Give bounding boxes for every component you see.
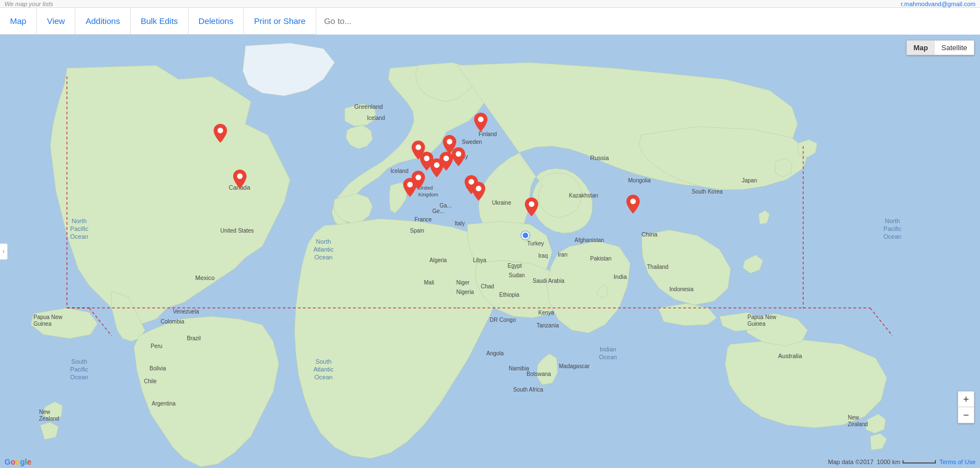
svg-text:South Korea: South Korea	[692, 189, 723, 195]
nav-view[interactable]: View	[37, 8, 75, 35]
svg-text:Niger: Niger	[456, 279, 470, 286]
svg-text:Spain: Spain	[410, 228, 424, 234]
map-data-text: Map data ©2017	[828, 459, 874, 465]
svg-point-96	[447, 139, 452, 144]
svg-text:Botswana: Botswana	[527, 371, 551, 377]
svg-point-104	[476, 186, 481, 191]
svg-text:Atlantic: Atlantic	[313, 246, 334, 253]
collapse-arrow[interactable]: ‹	[0, 243, 8, 260]
nav-print-share[interactable]: Print or Share	[244, 8, 316, 35]
svg-text:Algeria: Algeria	[429, 257, 447, 263]
svg-text:Papua New: Papua New	[747, 314, 776, 320]
svg-text:Ocean: Ocean	[70, 233, 88, 240]
svg-text:South: South	[71, 358, 88, 365]
svg-text:Ukraine: Ukraine	[492, 200, 511, 206]
world-map: Greenland Iceland Finland Sweden Norway …	[0, 35, 980, 468]
map-attribution: Map data ©2017 1000 km Terms of Use	[828, 459, 976, 465]
pin-spain2[interactable]	[412, 171, 425, 192]
svg-point-102	[443, 156, 449, 161]
pin-china[interactable]	[626, 195, 640, 216]
terms-link[interactable]: Terms of Use	[939, 459, 976, 465]
zoom-in-button[interactable]: +	[958, 392, 974, 407]
svg-text:Guinea: Guinea	[747, 321, 766, 327]
svg-text:Zealand: Zealand	[848, 421, 868, 427]
zoom-out-button[interactable]: −	[958, 407, 974, 423]
svg-text:Madagascar: Madagascar	[559, 363, 590, 369]
svg-text:Ocean: Ocean	[599, 354, 617, 360]
svg-text:Ocean: Ocean	[315, 374, 332, 380]
svg-text:Kenya: Kenya	[538, 310, 554, 316]
svg-text:Pacific: Pacific	[884, 225, 902, 232]
svg-text:Atlantic: Atlantic	[313, 366, 334, 373]
svg-text:South Africa: South Africa	[513, 387, 543, 393]
scale-bar: 1000 km	[877, 459, 936, 465]
svg-text:Kingdom: Kingdom	[418, 192, 438, 197]
svg-text:Peru: Peru	[151, 343, 162, 349]
svg-text:United States: United States	[220, 228, 254, 234]
nav-additions[interactable]: Additions	[75, 8, 131, 35]
svg-text:Pacific: Pacific	[70, 225, 89, 232]
tagline: We map your lists	[4, 1, 53, 7]
svg-text:Ga...: Ga...	[440, 202, 452, 209]
svg-text:Bolivia: Bolivia	[149, 365, 166, 371]
svg-point-101	[434, 162, 440, 168]
map-container: Greenland Iceland Finland Sweden Norway …	[0, 35, 980, 468]
svg-point-97	[456, 151, 461, 157]
pin-sweden[interactable]	[452, 147, 465, 168]
svg-text:New: New	[39, 409, 51, 415]
svg-text:Thailand: Thailand	[647, 264, 668, 270]
svg-point-94	[416, 144, 421, 150]
nav-map[interactable]: Map	[0, 8, 37, 35]
map-view-toggle: Map Satellite	[906, 40, 974, 55]
blue-dot-iran	[522, 231, 529, 239]
svg-text:Zealand: Zealand	[39, 416, 59, 422]
svg-text:South: South	[316, 358, 332, 365]
svg-text:Italy: Italy	[455, 220, 465, 226]
svg-text:Ocean: Ocean	[70, 374, 88, 380]
svg-text:Mongolia: Mongolia	[628, 177, 651, 184]
svg-text:Brazil: Brazil	[187, 335, 201, 341]
pin-italy2[interactable]	[472, 182, 485, 203]
scale-line	[902, 460, 936, 464]
pin-turkey[interactable]	[525, 197, 538, 219]
pin-germany[interactable]	[440, 152, 453, 173]
svg-text:Chile: Chile	[144, 378, 157, 384]
svg-text:North: North	[72, 218, 87, 224]
svg-text:Guinea: Guinea	[33, 321, 52, 327]
svg-text:Sweden: Sweden	[462, 139, 482, 145]
svg-text:Japan: Japan	[742, 177, 757, 184]
nav-deletions[interactable]: Deletions	[189, 8, 244, 35]
pin-finland[interactable]	[474, 113, 487, 134]
svg-text:North: North	[316, 238, 331, 245]
google-logo: Google	[4, 457, 31, 466]
svg-text:Afghanistan: Afghanistan	[575, 237, 604, 243]
svg-text:Iraq: Iraq	[538, 253, 548, 259]
svg-text:Tanzania: Tanzania	[537, 322, 559, 329]
svg-text:Turkey: Turkey	[527, 240, 544, 247]
svg-text:Argentina: Argentina	[152, 401, 176, 407]
svg-text:Russia: Russia	[590, 155, 610, 161]
svg-text:Nigeria: Nigeria	[456, 289, 474, 295]
svg-text:North: North	[885, 218, 900, 224]
navbar: Map View Additions Bulk Edits Deletions …	[0, 8, 980, 35]
svg-text:DR Congo: DR Congo	[490, 317, 516, 323]
svg-text:France: France	[414, 216, 432, 223]
svg-text:Ge...: Ge...	[432, 208, 445, 214]
svg-text:Ethiopia: Ethiopia	[499, 292, 520, 298]
search-input[interactable]	[316, 8, 980, 35]
svg-text:Indonesia: Indonesia	[669, 286, 694, 292]
nav-bulk-edits[interactable]: Bulk Edits	[131, 8, 189, 35]
svg-text:Pakistan: Pakistan	[590, 255, 611, 262]
svg-text:Angola: Angola	[486, 350, 504, 356]
svg-text:Papua New: Papua New	[33, 314, 62, 320]
svg-text:Ocean: Ocean	[315, 254, 332, 260]
svg-text:Iceland: Iceland	[367, 115, 385, 121]
pin-usa[interactable]	[233, 170, 247, 191]
svg-text:Greenland: Greenland	[354, 103, 383, 110]
svg-text:Venezuela: Venezuela	[173, 308, 199, 315]
svg-point-100	[416, 175, 421, 180]
satellite-button[interactable]: Satellite	[935, 41, 974, 55]
svg-text:Iran: Iran	[558, 252, 567, 258]
map-button[interactable]: Map	[907, 41, 935, 55]
pin-canada[interactable]	[214, 124, 227, 145]
